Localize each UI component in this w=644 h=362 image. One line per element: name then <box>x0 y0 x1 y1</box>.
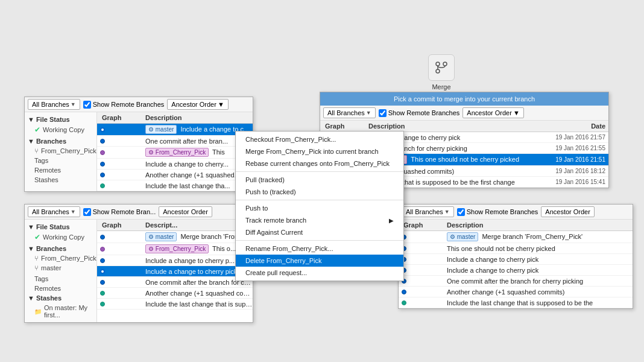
menu-item-pull[interactable]: Pull (tracked) <box>236 174 403 186</box>
show-remote-label[interactable]: Show Remote Branches <box>457 208 538 216</box>
sidebar-header-stashes[interactable]: ▼ Stashes <box>25 293 96 303</box>
table-row[interactable]: One commit after the bran... <box>97 136 253 147</box>
table-row[interactable]: Another change (+1 squashed commits) <box>97 288 253 299</box>
sidebar-item-stashes[interactable]: Stashes <box>25 175 96 185</box>
commit-desc: Include a change to cherry pick <box>447 256 633 263</box>
panel-body: ▼ File Status ✔ Working Copy ▼ Branches … <box>25 220 253 322</box>
branch-badge: ⚙ From_Cherry_Pick <box>145 148 209 157</box>
main-content: Graph Descript... ⚙ master Merge branch … <box>97 220 253 322</box>
sidebar-item-remotes[interactable]: Remotes <box>25 165 96 175</box>
menu-item-push[interactable]: Push to <box>236 202 403 214</box>
commit-date: 19 Jan 2016 15:41 <box>536 179 608 185</box>
table-row[interactable]: Include a change to cherry pick <box>97 266 253 277</box>
graph-cell <box>97 173 145 177</box>
branch-badge: ⚙ master <box>447 232 478 241</box>
show-remote-checkbox[interactable] <box>83 208 91 216</box>
triangle-icon: ▼ <box>28 294 34 302</box>
table-row[interactable]: This one should not be cherry picked <box>399 243 633 254</box>
col-desc: Description <box>447 221 633 229</box>
menu-item-merge[interactable]: Merge From_Cherry_Pick into current bran… <box>236 145 403 157</box>
ancestor-order-btn[interactable]: Ancestor Order <box>159 206 212 217</box>
svg-point-2 <box>443 62 447 66</box>
table-row[interactable]: Include the last change that is supposed… <box>97 299 253 310</box>
graph-cell <box>399 246 447 251</box>
sidebar-item-from-cherry-pick[interactable]: ⑂ From_Cherry_Pick <box>25 253 96 263</box>
triangle-icon: ▼ <box>28 138 34 145</box>
commit-date: 19 Jan 2016 21:57 <box>536 134 608 141</box>
panel-body: ▼ File Status ✔ Working Copy ▼ Branches … <box>25 112 253 191</box>
dropdown-arrow: ▼ <box>71 209 76 215</box>
graph-cell <box>97 269 145 274</box>
menu-separator <box>236 171 403 172</box>
menu-item-create-pr[interactable]: Create pull request... <box>236 267 403 279</box>
table-row[interactable]: One commit after the branch for cherry p… <box>399 276 633 287</box>
col-desc: Description <box>368 122 536 130</box>
show-remote-checkbox[interactable] <box>379 109 387 117</box>
show-remote-label[interactable]: Show Remote Branches <box>379 109 460 117</box>
show-remote-label[interactable]: Show Remote Branches <box>83 101 165 109</box>
table-row[interactable]: Another change (+1 squashed... <box>97 170 253 180</box>
svg-point-1 <box>436 69 440 73</box>
left-bottom-toolbar: All Branches ▼ Show Remote Bran... Ances… <box>25 205 253 220</box>
table-row[interactable]: ⚙ master Merge branch 'From_Cherry_Pick' <box>399 231 633 243</box>
sidebar-header-branches[interactable]: ▼ Branches <box>25 244 96 253</box>
sidebar-item-from-cherry-pick[interactable]: ⑂ From_Cherry_Pick <box>25 146 96 156</box>
sidebar-header-filestatus[interactable]: ▼ File Status <box>25 222 96 232</box>
table-row[interactable]: Include the last change tha... <box>97 180 253 191</box>
show-remote-label[interactable]: Show Remote Bran... <box>83 208 156 216</box>
menu-item-delete[interactable]: Delete From_Cherry_Pick <box>236 255 403 267</box>
sidebar-item-workingcopy[interactable]: ✔ Working Copy <box>25 232 96 243</box>
menu-item-checkout[interactable]: Checkout From_Cherry_Pick... <box>236 133 403 145</box>
menu-item-rebase[interactable]: Rebase current changes onto From_Cherry_… <box>236 157 403 170</box>
table-row[interactable]: Include the last change that is supposed… <box>399 297 633 308</box>
table-row[interactable]: Include a change to cherry... <box>97 159 253 170</box>
table-row[interactable]: Include a change to cherry p... <box>97 255 253 266</box>
stash-icon: 📁 <box>34 308 42 315</box>
show-remote-checkbox[interactable] <box>83 101 91 109</box>
svg-point-0 <box>436 62 440 66</box>
left-top-panel: All Branches ▼ Show Remote Branches Ance… <box>24 97 253 192</box>
menu-item-push-tracked[interactable]: Push to (tracked) <box>236 186 403 198</box>
graph-cell <box>97 280 145 285</box>
merge-icon-area: Merge <box>428 54 455 91</box>
sidebar-item-remotes[interactable]: Remotes <box>25 284 96 293</box>
branches-dropdown[interactable]: All Branches ▼ <box>28 99 80 110</box>
table-row[interactable]: ⚙ master Include a change to cherry pick <box>97 124 253 136</box>
sidebar-item-stash[interactable]: 📁 On master: My first... <box>25 303 96 320</box>
menu-separator <box>236 200 403 200</box>
menu-separator <box>236 240 403 241</box>
ancestor-order-btn[interactable]: Ancestor Order <box>541 206 595 217</box>
table-row[interactable]: ⚙ From_Cherry_Pick This o... <box>97 243 253 255</box>
col-headers: Graph Description <box>399 220 633 231</box>
ancestor-order-btn[interactable]: Ancestor Order ▼ <box>462 107 523 118</box>
menu-item-diff[interactable]: Diff Against Current <box>236 226 403 238</box>
table-row[interactable]: Include a change to cherry pick <box>399 254 633 265</box>
commit-desc: This one should not be cherry picked <box>447 245 633 252</box>
branches-dropdown[interactable]: All Branches ▼ <box>323 107 376 118</box>
table-row[interactable]: Include a change to cherry pick <box>399 265 633 276</box>
sidebar-header-filestatus[interactable]: ▼ File Status <box>25 115 96 124</box>
sidebar-section-filestatus: ▼ File Status ✔ Working Copy <box>25 114 96 136</box>
sidebar: ▼ File Status ✔ Working Copy ▼ Branches … <box>25 112 97 191</box>
sidebar-item-master[interactable]: ⑂ master <box>25 263 96 273</box>
merge-label: Merge <box>432 83 450 91</box>
sidebar-header-branches[interactable]: ▼ Branches <box>25 136 96 146</box>
table-row[interactable]: Another change (+1 squashed commits) <box>399 287 633 297</box>
bottom-right-toolbar: All Branches ▼ Show Remote Branches Ance… <box>399 205 633 220</box>
table-row[interactable]: ⚙ From_Cherry_Pick This <box>97 147 253 159</box>
sidebar-item-tags[interactable]: Tags <box>25 274 96 284</box>
menu-item-rename[interactable]: Rename From_Cherry_Pick... <box>236 243 403 255</box>
sidebar-item-workingcopy[interactable]: ✔ Working Copy <box>25 124 96 135</box>
branches-dropdown[interactable]: All Branches ▼ <box>402 206 454 217</box>
ancestor-order-btn[interactable]: Ancestor Order ▼ <box>167 99 228 110</box>
col-date: Date <box>536 122 608 130</box>
branches-dropdown[interactable]: All Branches ▼ <box>28 206 80 217</box>
merge-icon[interactable] <box>428 54 455 81</box>
table-row[interactable]: One commit after the branch for cherry p… <box>97 277 253 288</box>
menu-item-track-remote[interactable]: Track remote branch ▶ <box>236 214 403 226</box>
commit-desc: Include a change to cherry pick <box>447 267 633 274</box>
table-row[interactable]: ⚙ master Merge branch 'From_Cherry_Pick' <box>97 231 253 243</box>
submenu-arrow: ▶ <box>389 217 394 224</box>
sidebar-item-tags[interactable]: Tags <box>25 156 96 165</box>
show-remote-checkbox[interactable] <box>457 208 465 216</box>
